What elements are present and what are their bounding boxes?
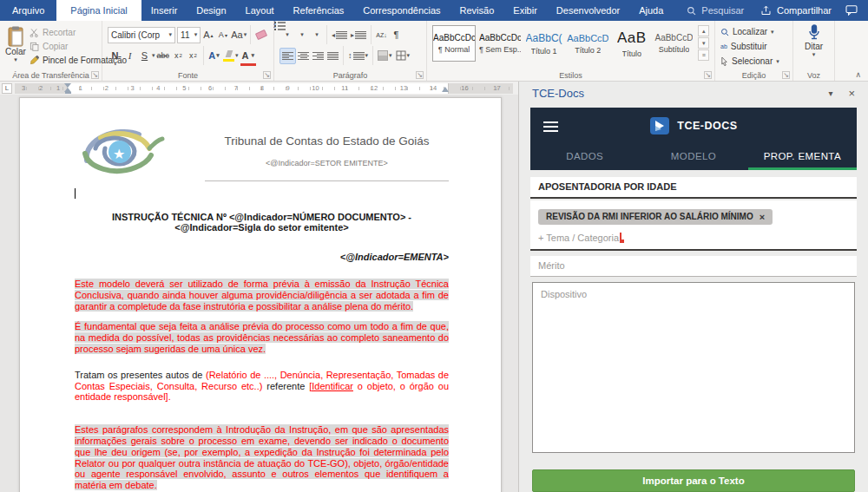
tab-revisao[interactable]: Revisão	[450, 0, 504, 21]
document-page[interactable]: ★ Tribunal de Contas do Estado de Goiás …	[19, 97, 502, 492]
tab-selector[interactable]: L	[2, 83, 12, 94]
style-titulo-2[interactable]: AaBbCcD Título 2	[566, 25, 609, 62]
change-case-button[interactable]: Aa▾	[230, 27, 247, 43]
brand-name: TCE-DOCS	[677, 120, 737, 132]
replace-button[interactable]: ab Substituir	[720, 40, 787, 53]
strikethrough-button[interactable]: abc	[155, 48, 172, 64]
format-painter-icon	[30, 56, 39, 65]
tab-design[interactable]: Design	[187, 0, 235, 21]
align-left-button[interactable]	[279, 48, 296, 64]
bold-button[interactable]: N	[108, 48, 122, 64]
bullet-list-button[interactable]: ▾	[279, 27, 294, 43]
search-box[interactable]: Pesquisar	[687, 0, 744, 21]
tab-desenvolvedor[interactable]: Desenvolvedor	[547, 0, 629, 21]
grow-font-button[interactable]: A▴	[201, 27, 215, 43]
template-note-1[interactable]: Este modelo deverá ser utilizado de form…	[75, 279, 449, 312]
increase-indent-button[interactable]: ▸	[349, 27, 368, 43]
dispositivo-textarea[interactable]: Dispositivo	[532, 282, 855, 453]
left-indent-marker[interactable]	[65, 92, 71, 94]
word-tab-bar: Arquivo Página Inicial Inserir Design La…	[0, 0, 868, 21]
collapse-ribbon-button[interactable]: ∧	[855, 70, 861, 79]
tab-pagina-inicial[interactable]: Página Inicial	[56, 0, 141, 21]
dictate-button[interactable]: Ditar	[805, 42, 823, 51]
align-center-button[interactable]	[296, 48, 311, 64]
style-subtitulo[interactable]: AaBbCcD Subtítulo	[654, 25, 694, 62]
share-button[interactable]: Compartilhar	[760, 5, 832, 16]
font-name-combo[interactable]: Calibri (Corp▾	[108, 27, 175, 43]
tratam-paragraph[interactable]: Tratam os presentes autos de (Relatório …	[75, 370, 449, 403]
chip-remove-icon[interactable]: ×	[760, 212, 765, 222]
shading-button[interactable]: ▾	[376, 48, 394, 64]
tab-arquivo[interactable]: Arquivo	[0, 0, 56, 21]
styles-scroll-up[interactable]: ▴	[698, 25, 709, 36]
model-name-field[interactable]: APOSENTADORIA POR IDADE	[530, 177, 857, 199]
theme-category-field[interactable]: REVISÃO DA RMI INFERIOR AO SALÁRIO MÍNIM…	[530, 200, 857, 251]
dictate-caret[interactable]: ▾	[812, 51, 816, 58]
pane-title: TCE-Docs	[532, 87, 584, 100]
style-sem-espacamento[interactable]: AaBbCcDc ¶ Sem Esp...	[478, 25, 522, 62]
identificar-link[interactable]: [Identificar	[309, 381, 353, 391]
comments-icon[interactable]	[845, 5, 858, 16]
tab-referencias[interactable]: Referências	[284, 0, 354, 21]
paste-button[interactable]: Colar ▾	[5, 24, 26, 68]
decrease-indent-button[interactable]: ◂	[330, 27, 349, 43]
font-dialog-launcher[interactable]: ↘	[263, 71, 271, 79]
justify-button[interactable]	[326, 48, 340, 64]
merito-input[interactable]: Mérito	[530, 256, 857, 277]
sort-button[interactable]: AZ↓	[374, 27, 389, 43]
tab-ajuda[interactable]: Ajuda	[629, 0, 673, 21]
italic-button[interactable]: I	[122, 48, 137, 64]
pane-close-icon[interactable]: ×	[848, 87, 855, 100]
scissors-icon	[30, 28, 39, 37]
editing-dialog-launcher[interactable]: ↘	[782, 71, 790, 79]
show-marks-button[interactable]: ¶	[389, 27, 404, 43]
tab-layout[interactable]: Layout	[236, 0, 284, 21]
subscript-button[interactable]: x2	[171, 48, 186, 64]
font-size-combo[interactable]: 11▾	[177, 27, 201, 43]
multilevel-list-button[interactable]: ▾	[309, 27, 324, 43]
tab-correspondencias[interactable]: Correspondências	[353, 0, 450, 21]
text-effects-button[interactable]: A▾	[207, 48, 221, 64]
dictate-microphone-icon[interactable]	[808, 24, 820, 42]
instruction-title[interactable]: INSTRUÇÃO TÉCNICA Nº <@Indicador=NÚMERO …	[75, 212, 449, 234]
find-button[interactable]: Localizar▾	[720, 25, 787, 38]
theme-chip[interactable]: REVISÃO DA RMI INFERIOR AO SALÁRIO MÍNIM…	[538, 209, 773, 225]
paste-dropdown-caret[interactable]: ▾	[14, 56, 17, 63]
paragraph-dialog-launcher[interactable]: ↘	[416, 71, 424, 79]
font-color-button[interactable]: A▾	[240, 48, 256, 64]
shrink-font-button[interactable]: A▾	[215, 27, 230, 43]
line-spacing-button[interactable]: ↕▾	[346, 48, 370, 64]
ribbon: Colar ▾ Recortar Copiar	[0, 21, 868, 82]
borders-button[interactable]: ▾	[394, 48, 412, 64]
template-note-3[interactable]: Estes parágrafos correspondem à Introduç…	[75, 424, 449, 491]
clipboard-dialog-launcher[interactable]: ↘	[91, 71, 99, 79]
clear-formatting-button[interactable]	[253, 27, 268, 43]
tab-inserir[interactable]: Inserir	[141, 0, 187, 21]
tab-dados[interactable]: DADOS	[530, 151, 639, 170]
tab-exibir[interactable]: Exibir	[503, 0, 547, 21]
ementa-indicator[interactable]: <@Indicador=EMENTA>	[75, 252, 449, 263]
superscript-button[interactable]: x2	[186, 48, 201, 64]
style-titulo[interactable]: AaB Título	[612, 25, 651, 62]
tab-modelo[interactable]: MODELO	[639, 151, 747, 170]
styles-gallery-more[interactable]: ≡	[698, 49, 709, 61]
styles-dialog-launcher[interactable]: ↘	[704, 71, 712, 79]
horizontal-ruler: L 321 123 456 789 101112 1314 1617	[0, 82, 518, 95]
numbered-list-button[interactable]: 12▾	[294, 27, 309, 43]
style-titulo-1[interactable]: AaBbC( Título 1	[524, 25, 563, 62]
right-indent-marker[interactable]	[442, 87, 449, 92]
highlight-button[interactable]: ▾	[221, 48, 240, 64]
editing-group: Localizar▾ ab Substituir Selecionar▾ Edi…	[715, 21, 793, 81]
add-theme-input[interactable]: + Tema / Categoria	[538, 233, 619, 243]
replace-icon: ab	[720, 43, 727, 49]
style-normal[interactable]: AaBbCcDc ¶ Normal	[432, 25, 476, 62]
underline-button[interactable]: S	[137, 48, 152, 64]
tab-prop-ementa[interactable]: PROP. EMENTA	[748, 151, 857, 170]
select-button[interactable]: Selecionar▾	[720, 55, 787, 68]
align-right-button[interactable]	[311, 48, 326, 64]
pane-options-caret[interactable]: ▾	[828, 89, 832, 98]
underline-caret[interactable]: ▾	[152, 52, 155, 59]
styles-scroll-down[interactable]: ▾	[698, 37, 709, 49]
import-to-text-button[interactable]: Importar para o Texto	[532, 469, 855, 492]
template-note-2[interactable]: É fundamental que seja feita a análise p…	[75, 321, 449, 354]
